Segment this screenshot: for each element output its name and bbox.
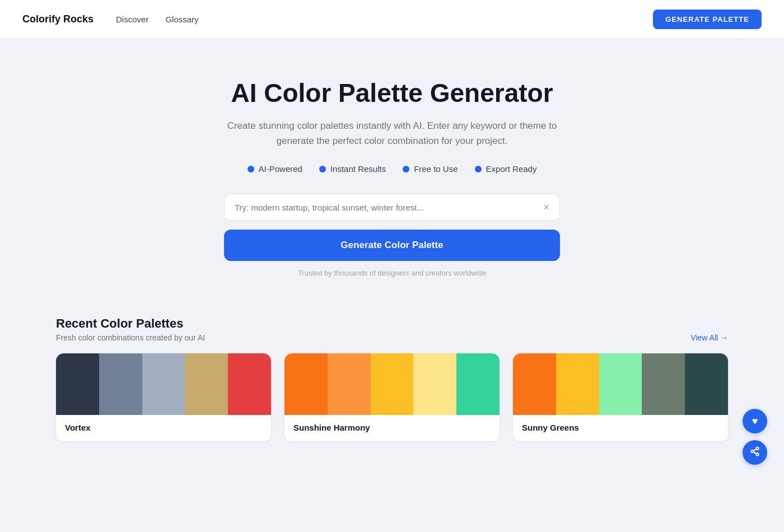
recent-title: Recent Color Palettes xyxy=(56,316,205,331)
color-swatch xyxy=(228,353,271,415)
color-swatch xyxy=(99,353,142,415)
feature-list: AI-Powered Instant Results Free to Use E… xyxy=(248,164,537,174)
svg-line-3 xyxy=(753,452,756,454)
header: Colorify Rocks Discover Glossary GENERAT… xyxy=(0,0,784,39)
heart-icon: ♥ xyxy=(752,416,758,427)
nav-discover[interactable]: Discover xyxy=(116,15,148,24)
recent-header: Recent Color Palettes Fresh color combin… xyxy=(56,316,728,342)
palette-name: Sunshine Harmony xyxy=(284,415,500,441)
hero-section: AI Color Palette Generator Create stunni… xyxy=(0,39,784,305)
heart-button[interactable]: ♥ xyxy=(743,409,767,433)
nav-glossary[interactable]: Glossary xyxy=(165,15,198,24)
trusted-text: Trusted by thousands of designers and cr… xyxy=(298,269,486,277)
color-swatch xyxy=(284,353,328,415)
feature-dot-free xyxy=(403,166,409,172)
palette-name: Vortex xyxy=(56,415,271,441)
hero-subtitle: Create stunning color palettes instantly… xyxy=(224,118,560,148)
feature-label-export: Export Ready xyxy=(486,164,537,174)
feature-ai-powered: AI-Powered xyxy=(248,164,302,174)
palette-card[interactable]: Sunny Greens xyxy=(513,353,728,441)
color-swatch xyxy=(456,353,500,415)
color-swatch xyxy=(328,353,371,415)
color-swatch xyxy=(185,353,228,415)
share-icon xyxy=(750,446,760,459)
generate-palette-button[interactable]: GENERATE PALETTE xyxy=(653,10,762,29)
palette-card[interactable]: Sunshine Harmony xyxy=(284,353,500,441)
color-swatch xyxy=(56,353,99,415)
color-swatch xyxy=(642,353,685,415)
search-container: × xyxy=(224,194,560,221)
color-swatch xyxy=(599,353,642,415)
feature-label-ai: AI-Powered xyxy=(259,164,302,174)
main-nav: Discover Glossary xyxy=(116,15,653,24)
clear-icon[interactable]: × xyxy=(543,202,549,212)
hero-title: AI Color Palette Generator xyxy=(231,78,553,108)
palette-name: Sunny Greens xyxy=(513,415,728,441)
search-input[interactable] xyxy=(235,203,543,212)
color-swatch xyxy=(413,353,456,415)
logo[interactable]: Colorify Rocks xyxy=(22,13,94,25)
feature-dot-export xyxy=(475,166,482,172)
view-all-link[interactable]: View All → xyxy=(690,333,728,342)
color-swatch xyxy=(685,353,728,415)
palette-swatches xyxy=(513,353,728,415)
color-swatch xyxy=(556,353,599,415)
palettes-grid: VortexSunshine HarmonySunny Greens xyxy=(56,353,728,441)
svg-line-4 xyxy=(753,449,756,450)
color-swatch xyxy=(142,353,185,415)
feature-instant-results: Instant Results xyxy=(319,164,386,174)
feature-free-to-use: Free to Use xyxy=(403,164,458,174)
search-box: × xyxy=(224,194,560,221)
color-swatch xyxy=(513,353,556,415)
feature-dot-instant xyxy=(319,166,326,172)
generate-color-palette-button[interactable]: Generate Color Palette xyxy=(224,230,560,261)
feature-label-instant: Instant Results xyxy=(330,164,386,174)
feature-label-free: Free to Use xyxy=(414,164,458,174)
color-swatch xyxy=(371,353,414,415)
palette-swatches xyxy=(56,353,271,415)
feature-dot-ai xyxy=(248,166,254,172)
recent-subtitle: Fresh color combinations created by our … xyxy=(56,333,205,342)
floating-buttons: ♥ xyxy=(743,409,767,465)
share-button[interactable] xyxy=(743,440,767,465)
recent-palettes-section: Recent Color Palettes Fresh color combin… xyxy=(0,305,784,475)
palette-swatches xyxy=(284,353,500,415)
feature-export-ready: Export Ready xyxy=(475,164,537,174)
palette-card[interactable]: Vortex xyxy=(56,353,271,441)
recent-header-left: Recent Color Palettes Fresh color combin… xyxy=(56,316,205,342)
